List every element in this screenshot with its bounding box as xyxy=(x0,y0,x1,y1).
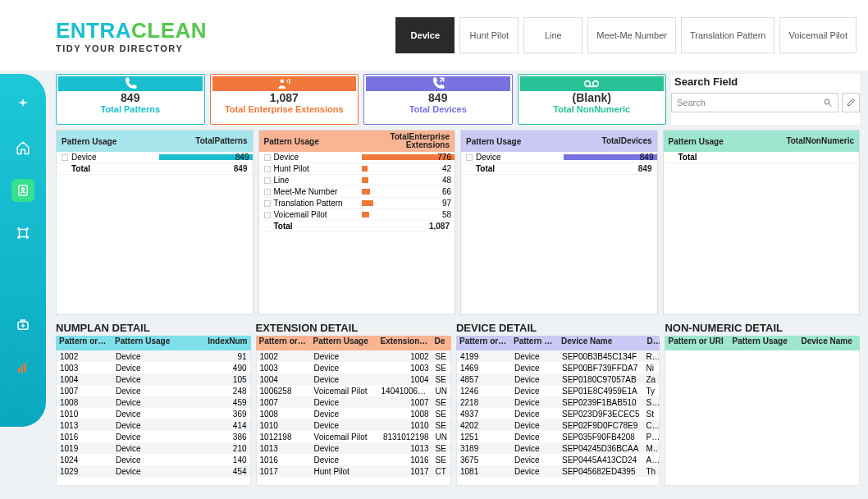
panel-header[interactable]: Pattern Usage TotalDevices xyxy=(461,130,657,152)
kpi-green[interactable]: (Blank) Total NonNumeric xyxy=(518,74,667,125)
table-row[interactable]: 1003Device490 xyxy=(57,362,250,373)
home-icon[interactable] xyxy=(11,136,34,159)
usage-row-item[interactable]: Meet-Me Number 66 xyxy=(259,186,455,198)
kpi-orange[interactable]: 1,087 Total Enterprise Extensions xyxy=(210,74,359,125)
table-row[interactable]: 1003Device1003SE xyxy=(257,362,450,373)
table-row[interactable]: 1016Device1016SE xyxy=(257,454,450,465)
table-row[interactable]: 4199DeviceSEP00B3B45C134FRo xyxy=(457,350,660,362)
usage-total: Total xyxy=(664,152,860,163)
table-row[interactable]: 3189DeviceSEP04245D36BCAAMe xyxy=(457,442,660,454)
table-row[interactable]: 1013Device1013SE xyxy=(257,442,450,454)
table-row[interactable]: 3675DeviceSEP0445A413CD24Ad xyxy=(457,454,660,465)
cell: 454 xyxy=(188,466,250,477)
table-row[interactable]: 1002Device1002SE xyxy=(257,350,450,362)
numplan-header[interactable]: Pattern or URI Pattern Usage IndexNum xyxy=(56,336,251,350)
cell: SEP04245D36BCAA xyxy=(559,443,643,454)
checkbox-icon[interactable] xyxy=(264,177,271,184)
checkbox-icon[interactable] xyxy=(62,154,68,161)
table-row[interactable]: 2218DeviceSEP0239F1BAB510Sa xyxy=(457,396,660,408)
tab-meet-me-number[interactable]: Meet-Me Number xyxy=(587,17,676,53)
checkbox-icon[interactable] xyxy=(264,189,271,195)
table-row[interactable]: 1010Device369 xyxy=(57,408,250,419)
table-row[interactable]: 1013Device414 xyxy=(57,419,250,431)
table-row[interactable]: 1024Device140 xyxy=(57,454,250,465)
checkbox-icon[interactable] xyxy=(264,154,271,161)
table-row[interactable]: 4857DeviceSEP0180C97057ABZa xyxy=(457,373,660,385)
table-row[interactable]: 1006258Voicemail Pilot14041006258UN xyxy=(257,385,450,396)
cell: Device xyxy=(112,443,188,454)
usage-value: 48 xyxy=(442,176,455,185)
table-row[interactable]: 4202DeviceSEP02F9D0FC78E9Ch xyxy=(457,419,660,431)
table-row[interactable]: 1008Device459 xyxy=(57,396,250,408)
table-row[interactable]: 1017Hunt Pilot1017CT xyxy=(257,465,450,477)
col-pattern: Pattern or URI xyxy=(665,336,729,350)
table-row[interactable]: 1246DeviceSEP01E8C4959E1ATy xyxy=(457,385,660,396)
cell: 91 xyxy=(188,351,250,362)
usage-row-item[interactable]: Line 48 xyxy=(259,175,455,186)
panel-header[interactable]: Pattern Usage TotalPatterns xyxy=(57,130,253,152)
cell: 1006258 xyxy=(257,386,311,396)
usage-total: Total 849 xyxy=(57,163,253,175)
tab-translation-pattern[interactable]: Translation Pattern xyxy=(681,17,775,53)
usage-row-item[interactable]: Hunt Pilot 42 xyxy=(259,163,455,175)
usage-row-item[interactable]: Device 849 xyxy=(57,152,253,163)
col-pattern: Pattern or URI xyxy=(256,336,310,350)
eraser-icon[interactable] xyxy=(842,93,860,112)
table-row[interactable]: 1002Device91 xyxy=(57,350,250,362)
cell: 459 xyxy=(188,397,250,408)
usage-row-item[interactable]: Device 849 xyxy=(461,152,657,163)
table-row[interactable]: 4937DeviceSEP023D9F3ECEC5St xyxy=(457,408,660,419)
search-input[interactable]: Search xyxy=(671,93,838,112)
cell: 1012198 xyxy=(257,432,311,442)
table-row[interactable]: 1008Device1008SE xyxy=(257,408,450,419)
panel-header[interactable]: Pattern Usage TotalEnterprise Extensions xyxy=(259,130,455,152)
checkbox-icon[interactable] xyxy=(264,200,271,207)
table-row[interactable]: 1469DeviceSEP00BF739FFDA7Ni xyxy=(457,362,660,373)
usage-row-item[interactable]: Voicemail Pilot 58 xyxy=(259,209,455,221)
table-row[interactable]: 1019Device210 xyxy=(57,442,250,454)
table-row[interactable]: 1012198Voicemail Pilot8131012198UN xyxy=(257,431,450,442)
col-pattern: Pattern or URI xyxy=(456,336,510,350)
cell: 1246 xyxy=(457,386,511,396)
table-row[interactable]: 1007Device248 xyxy=(57,385,250,396)
tab-hunt-pilot[interactable]: Hunt Pilot xyxy=(459,17,519,53)
device-header[interactable]: Pattern or URI Pattern Usage Device Name… xyxy=(456,336,660,350)
table-row[interactable]: 1251DeviceSEP035F90FB4208Pa xyxy=(457,431,660,442)
table-row[interactable]: 1004Device105 xyxy=(57,373,250,385)
extension-header[interactable]: Pattern or URI Pattern Usage Extension_N… xyxy=(256,336,451,350)
table-row[interactable]: 1007Device1007SE xyxy=(257,396,450,408)
frame-icon[interactable] xyxy=(11,222,34,245)
tab-line[interactable]: Line xyxy=(523,17,582,53)
contact-icon[interactable] xyxy=(11,179,34,202)
table-row[interactable]: 1081DeviceSEP045682ED4395Th xyxy=(457,465,660,477)
table-row[interactable]: 1004Device1004SE xyxy=(257,373,450,385)
sparkle-icon[interactable] xyxy=(11,94,34,117)
usage-row-item[interactable]: Translation Pattern 97 xyxy=(259,198,455,209)
device-title: DEVICE DETAIL xyxy=(456,320,660,336)
panel-header[interactable]: Pattern Usage TotalNonNumeric xyxy=(664,130,860,152)
usage-row: Pattern Usage TotalPatterns Device 849 T… xyxy=(56,130,860,315)
checkbox-icon[interactable] xyxy=(466,154,473,161)
tab-voicemail-pilot[interactable]: Voicemail Pilot xyxy=(779,17,857,53)
checkbox-icon[interactable] xyxy=(264,166,271,172)
cell: 1008 xyxy=(257,409,311,419)
medical-icon[interactable] xyxy=(11,314,34,336)
usage-row-item[interactable]: Device 776 xyxy=(259,152,455,163)
cell: Device xyxy=(511,466,559,477)
nonnumeric-header[interactable]: Pattern or URI Pattern Usage Device Name xyxy=(665,336,860,350)
cell: SEP023D9F3ECEC5 xyxy=(559,409,643,419)
kpi-purple[interactable]: 849 Total Devices xyxy=(363,74,513,125)
tab-device[interactable]: Device xyxy=(395,17,455,53)
checkbox-icon[interactable] xyxy=(264,212,271,218)
table-row[interactable]: 1029Device454 xyxy=(57,465,250,477)
chart-icon[interactable] xyxy=(11,356,34,379)
cell: Device xyxy=(511,409,559,419)
cell: Device xyxy=(112,351,188,362)
svg-rect-8 xyxy=(20,230,27,237)
table-row[interactable]: 1016Device386 xyxy=(57,431,250,442)
table-row[interactable]: 1010Device1010SE xyxy=(257,419,450,431)
cell: 1016 xyxy=(378,455,432,465)
kpi-teal[interactable]: 849 Total Patterns xyxy=(56,74,205,125)
cell: Ch xyxy=(642,420,659,431)
phone-icon xyxy=(58,76,203,91)
